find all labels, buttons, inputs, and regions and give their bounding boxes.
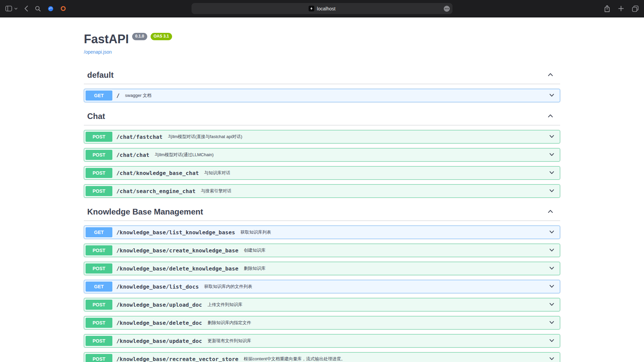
endpoint-row[interactable]: GET /knowledge_base/list_knowledge_bases… xyxy=(84,226,560,239)
sidebar-toggle-icon[interactable] xyxy=(5,6,12,11)
section-header[interactable]: default xyxy=(84,66,560,84)
toolbar-chevron-down-icon[interactable] xyxy=(14,8,17,10)
section-title: Knowledge Base Management xyxy=(87,207,203,217)
extension-orange-icon[interactable] xyxy=(60,6,66,11)
endpoint-row[interactable]: POST /chat/fastchat 与llm模型对话(直接与fastchat… xyxy=(84,130,560,143)
endpoint-path: /chat/chat xyxy=(116,152,149,158)
endpoint-row[interactable]: POST /chat/search_engine_chat 与搜索引擎对话 xyxy=(84,184,560,198)
method-badge: POST xyxy=(86,168,112,178)
chevron-down-icon xyxy=(548,355,555,362)
section-title: default xyxy=(87,70,114,80)
expand-endpoint-button[interactable] xyxy=(548,187,555,195)
endpoint-row[interactable]: POST /knowledge_base/delete_knowledge_ba… xyxy=(84,262,560,275)
search-icon[interactable] xyxy=(35,6,41,12)
endpoint-path: /knowledge_base/upload_doc xyxy=(116,302,202,308)
method-badge: POST xyxy=(86,354,112,362)
tab-overview-icon[interactable] xyxy=(632,5,639,12)
endpoint-description: swagger 文档 xyxy=(125,93,152,99)
api-title-text: FastAPI xyxy=(84,32,129,46)
expand-endpoint-button[interactable] xyxy=(548,151,555,159)
method-badge: GET xyxy=(86,90,112,101)
collapse-section-button[interactable] xyxy=(547,112,554,121)
expand-endpoint-button[interactable] xyxy=(548,169,555,177)
method-badge: POST xyxy=(86,300,112,310)
section-title: Chat xyxy=(87,112,105,121)
page-settings-ellipsis-icon[interactable] xyxy=(443,5,450,12)
endpoint-path: /chat/knowledge_base_chat xyxy=(116,170,199,176)
chevron-down-icon xyxy=(548,319,555,327)
section-rows: POST /chat/fastchat 与llm模型对话(直接与fastchat… xyxy=(84,125,560,198)
extension-blue-icon[interactable] xyxy=(48,6,54,12)
endpoint-path: /knowledge_base/list_knowledge_bases xyxy=(116,229,235,236)
back-icon[interactable] xyxy=(24,5,28,12)
method-badge: GET xyxy=(86,227,112,237)
endpoint-row[interactable]: GET / swagger 文档 xyxy=(84,89,560,102)
endpoint-row[interactable]: POST /chat/chat 与llm模型对话(通过LLMChain) xyxy=(84,148,560,162)
site-favicon xyxy=(309,6,314,11)
endpoint-row[interactable]: GET /knowledge_base/list_docs 获取知识库内的文件列… xyxy=(84,280,560,293)
version-badge: 0.1.0 xyxy=(132,33,147,40)
chevron-up-icon xyxy=(547,208,554,216)
endpoint-path: /knowledge_base/update_doc xyxy=(116,338,202,344)
endpoint-description: 上传文件到知识库 xyxy=(208,302,243,308)
endpoint-description: 更新现有文件到知识库 xyxy=(208,338,251,344)
endpoint-path: /knowledge_base/create_knowledge_base xyxy=(116,247,238,254)
endpoint-description: 与llm模型对话(通过LLMChain) xyxy=(155,152,214,158)
section-rows: GET /knowledge_base/list_knowledge_bases… xyxy=(84,221,560,362)
endpoint-description: 删除知识库内指定文件 xyxy=(208,320,251,326)
api-section: Chat POST /chat/fastchat 与llm模型对话(直接与fas… xyxy=(84,108,560,198)
browser-toolbar: localhost xyxy=(0,0,644,17)
api-section: Knowledge Base Management GET /knowledge… xyxy=(84,203,560,362)
method-badge: GET xyxy=(86,282,112,292)
expand-endpoint-button[interactable] xyxy=(548,283,555,291)
endpoint-description: 创建知识库 xyxy=(244,247,266,253)
endpoint-description: 获取知识库列表 xyxy=(240,229,271,235)
api-sections: default GET / swagger 文档 Chat xyxy=(84,66,560,362)
endpoint-description: 与llm模型对话(直接与fastchat api对话) xyxy=(168,134,243,140)
chevron-down-icon xyxy=(548,187,555,195)
method-badge: POST xyxy=(86,150,112,160)
method-badge: POST xyxy=(86,318,112,328)
endpoint-row[interactable]: POST /knowledge_base/recreate_vector_sto… xyxy=(84,352,560,362)
endpoint-path: /chat/fastchat xyxy=(116,134,163,140)
chevron-down-icon xyxy=(548,283,555,291)
expand-endpoint-button[interactable] xyxy=(548,301,555,309)
chevron-up-icon xyxy=(547,112,554,121)
chevron-down-icon xyxy=(548,247,555,254)
chevron-down-icon xyxy=(548,92,555,100)
collapse-section-button[interactable] xyxy=(547,71,554,79)
endpoint-description: 与搜索引擎对话 xyxy=(201,188,231,194)
new-tab-icon[interactable] xyxy=(618,6,624,11)
chevron-down-icon xyxy=(548,337,555,345)
expand-endpoint-button[interactable] xyxy=(548,265,555,273)
openapi-spec-link[interactable]: /openapi.json xyxy=(84,49,112,55)
endpoint-path: / xyxy=(116,93,120,99)
expand-endpoint-button[interactable] xyxy=(548,133,555,141)
endpoint-row[interactable]: POST /knowledge_base/update_doc 更新现有文件到知… xyxy=(84,334,560,348)
endpoint-path: /chat/search_engine_chat xyxy=(116,188,196,194)
share-icon[interactable] xyxy=(604,5,610,12)
section-header[interactable]: Knowledge Base Management xyxy=(84,203,560,221)
endpoint-description: 与知识库对话 xyxy=(204,170,230,176)
section-rows: GET / swagger 文档 xyxy=(84,84,560,102)
address-bar[interactable]: localhost xyxy=(192,3,452,14)
expand-endpoint-button[interactable] xyxy=(548,355,555,362)
endpoint-path: /knowledge_base/list_docs xyxy=(116,284,199,290)
chevron-down-icon xyxy=(548,301,555,309)
endpoint-row[interactable]: POST /knowledge_base/delete_doc 删除知识库内指定… xyxy=(84,316,560,329)
expand-endpoint-button[interactable] xyxy=(548,92,555,100)
method-badge: POST xyxy=(86,336,112,346)
expand-endpoint-button[interactable] xyxy=(548,229,555,236)
chevron-down-icon xyxy=(548,133,555,141)
chevron-down-icon xyxy=(548,151,555,159)
endpoint-row[interactable]: POST /knowledge_base/create_knowledge_ba… xyxy=(84,244,560,257)
expand-endpoint-button[interactable] xyxy=(548,337,555,345)
endpoint-row[interactable]: POST /chat/knowledge_base_chat 与知识库对话 xyxy=(84,166,560,180)
section-header[interactable]: Chat xyxy=(84,108,560,125)
endpoint-row[interactable]: POST /knowledge_base/upload_doc 上传文件到知识库 xyxy=(84,298,560,311)
expand-endpoint-button[interactable] xyxy=(548,247,555,254)
expand-endpoint-button[interactable] xyxy=(548,319,555,327)
endpoint-description: 删除知识库 xyxy=(244,265,266,272)
api-section: default GET / swagger 文档 xyxy=(84,66,560,102)
collapse-section-button[interactable] xyxy=(547,208,554,216)
